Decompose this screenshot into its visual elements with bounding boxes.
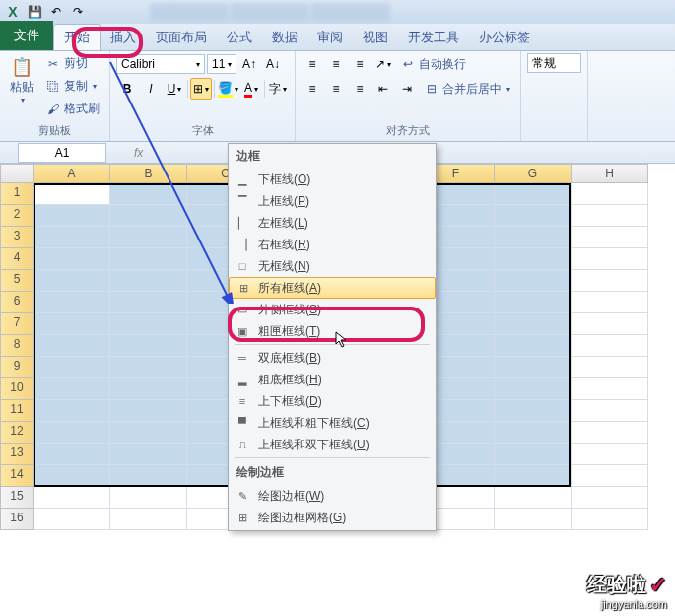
- border-menu-item[interactable]: ▏左框线(L): [229, 212, 436, 234]
- row-header[interactable]: 16: [0, 509, 34, 530]
- wrap-text-button[interactable]: ↩ 自动换行: [396, 54, 470, 75]
- row-header[interactable]: 9: [0, 357, 34, 378]
- cell[interactable]: [495, 205, 572, 227]
- cell[interactable]: [110, 465, 187, 487]
- name-box[interactable]: A1: [18, 143, 106, 163]
- cell[interactable]: [495, 465, 572, 487]
- fill-color-button[interactable]: 🪣▾: [217, 78, 238, 100]
- cell[interactable]: [110, 400, 187, 422]
- tab-office[interactable]: 办公标签: [469, 25, 540, 50]
- draw-border-menu-item[interactable]: ⊞绘图边框网格(G): [229, 507, 436, 528]
- col-header[interactable]: B: [110, 164, 187, 183]
- border-menu-item[interactable]: ▕右框线(R): [229, 234, 436, 255]
- border-menu-item[interactable]: ▔上框线(P): [229, 190, 436, 212]
- border-menu-item[interactable]: ▁下框线(O): [229, 169, 436, 190]
- border-menu-item[interactable]: ═双底框线(B): [229, 347, 436, 369]
- border-menu-item[interactable]: ⊞所有框线(A): [229, 277, 436, 299]
- cell[interactable]: [495, 248, 572, 270]
- cell[interactable]: [110, 357, 187, 378]
- row-header[interactable]: 2: [0, 205, 34, 227]
- cell[interactable]: [34, 183, 110, 205]
- tab-insert[interactable]: 插入: [101, 25, 146, 50]
- row-header[interactable]: 1: [0, 183, 34, 205]
- cell[interactable]: [110, 248, 187, 270]
- col-header[interactable]: A: [34, 164, 110, 183]
- cell[interactable]: [572, 487, 648, 509]
- row-header[interactable]: 4: [0, 248, 34, 270]
- format-painter-button[interactable]: 🖌 格式刷: [41, 99, 103, 119]
- tab-layout[interactable]: 页面布局: [146, 25, 217, 50]
- phonetic-button[interactable]: 字▾: [267, 78, 289, 100]
- border-menu-item[interactable]: ⎍上框线和双下框线(U): [229, 434, 436, 455]
- cell[interactable]: [495, 487, 572, 509]
- cell[interactable]: [110, 487, 187, 509]
- row-header[interactable]: 15: [0, 487, 34, 509]
- cell[interactable]: [572, 509, 648, 530]
- row-header[interactable]: 10: [0, 378, 34, 400]
- row-header[interactable]: 3: [0, 227, 34, 248]
- cell[interactable]: [34, 335, 110, 357]
- cell[interactable]: [572, 444, 648, 465]
- increase-indent-button[interactable]: ⇥: [396, 78, 418, 100]
- cell[interactable]: [572, 227, 648, 248]
- col-header[interactable]: G: [495, 164, 572, 183]
- row-header[interactable]: 12: [0, 422, 34, 444]
- italic-button[interactable]: I: [140, 78, 162, 100]
- undo-icon[interactable]: ↶: [47, 3, 65, 21]
- cell[interactable]: [34, 227, 110, 248]
- border-menu-item[interactable]: ▭外侧框线(S): [229, 299, 436, 320]
- cell[interactable]: [572, 313, 648, 335]
- decrease-indent-button[interactable]: ⇤: [372, 78, 394, 100]
- cell[interactable]: [572, 292, 648, 313]
- border-menu-item[interactable]: ▂粗底框线(H): [229, 369, 436, 390]
- cell[interactable]: [110, 422, 187, 444]
- cell[interactable]: [34, 487, 110, 509]
- row-header[interactable]: 8: [0, 335, 34, 357]
- cell[interactable]: [495, 183, 572, 205]
- cell[interactable]: [572, 248, 648, 270]
- cell[interactable]: [572, 270, 648, 292]
- cell[interactable]: [110, 270, 187, 292]
- cell[interactable]: [110, 313, 187, 335]
- border-button[interactable]: ⊞▾: [190, 78, 212, 100]
- increase-font-button[interactable]: A↑: [238, 53, 260, 75]
- tab-formulas[interactable]: 公式: [217, 25, 262, 50]
- cell[interactable]: [495, 313, 572, 335]
- cell[interactable]: [34, 248, 110, 270]
- cell[interactable]: [572, 335, 648, 357]
- cell[interactable]: [110, 378, 187, 400]
- cell[interactable]: [34, 357, 110, 378]
- fx-icon[interactable]: fx: [134, 146, 143, 160]
- row-header[interactable]: 5: [0, 270, 34, 292]
- align-top-button[interactable]: ≡: [302, 53, 323, 75]
- cell[interactable]: [572, 357, 648, 378]
- paste-button[interactable]: 📋 粘贴 ▾: [6, 53, 37, 120]
- row-header[interactable]: 7: [0, 313, 34, 335]
- cell[interactable]: [34, 400, 110, 422]
- cell[interactable]: [110, 227, 187, 248]
- align-right-button[interactable]: ≡: [349, 78, 371, 100]
- draw-border-menu-item[interactable]: ✎绘图边框(W): [229, 485, 436, 507]
- decrease-font-button[interactable]: A↓: [262, 53, 284, 75]
- border-menu-item[interactable]: ≡上下框线(D): [229, 390, 436, 412]
- cell[interactable]: [495, 422, 572, 444]
- bold-button[interactable]: B: [116, 78, 138, 100]
- tab-review[interactable]: 审阅: [307, 25, 353, 50]
- row-header[interactable]: 11: [0, 400, 34, 422]
- border-menu-item[interactable]: ▣粗匣框线(T): [229, 320, 436, 342]
- border-menu-item[interactable]: □无框线(N): [229, 255, 436, 277]
- cell[interactable]: [110, 292, 187, 313]
- cell[interactable]: [572, 465, 648, 487]
- align-bottom-button[interactable]: ≡: [349, 53, 371, 75]
- cell[interactable]: [495, 270, 572, 292]
- save-icon[interactable]: 💾: [26, 3, 43, 21]
- cell[interactable]: [34, 205, 110, 227]
- tab-file[interactable]: 文件: [0, 21, 53, 50]
- cell[interactable]: [110, 205, 187, 227]
- cell[interactable]: [34, 444, 110, 465]
- border-menu-item[interactable]: ▀上框线和粗下框线(C): [229, 412, 436, 434]
- cell[interactable]: [34, 422, 110, 444]
- align-center-button[interactable]: ≡: [325, 78, 347, 100]
- cell[interactable]: [110, 335, 187, 357]
- cell[interactable]: [572, 378, 648, 400]
